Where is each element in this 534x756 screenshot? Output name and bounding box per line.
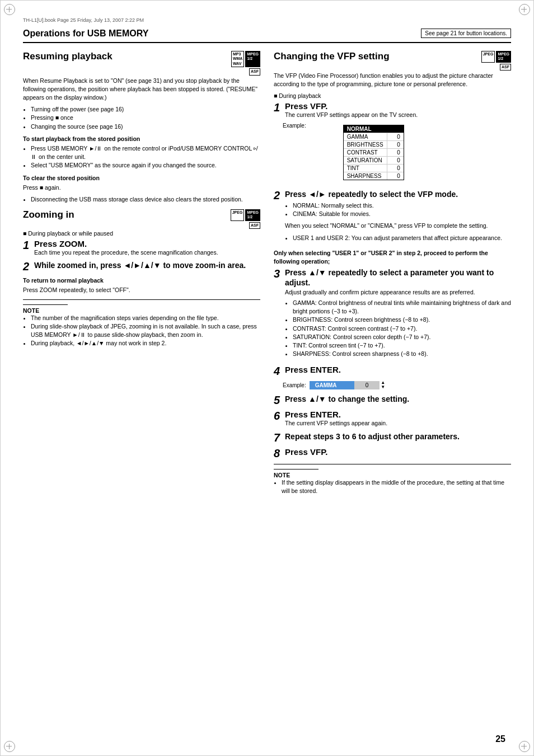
asf-badge-vfp: ASF	[500, 64, 511, 71]
vfp-step-6-content: Press ENTER. The current VFP settings ap…	[285, 410, 511, 428]
vfp-step-3: 3 Press ▲/▼ repeatedly to select a param…	[274, 267, 511, 361]
file-info: TH-L1[U].book Page 25 Friday, July 13, 2…	[23, 17, 511, 23]
vfp-step-2-title: Press ◄/► repeatedly to select the VFP m…	[285, 189, 511, 199]
vfp-label-tint: TINT	[344, 165, 387, 172]
vfp-step-3-bullet-6: SHARPNESS: Control screen sharpness (−8 …	[293, 350, 511, 358]
page-ref: See page 21 for button locations.	[421, 29, 511, 38]
asf-badge-zooming: ASF	[249, 222, 260, 229]
zoom-step-2-num: 2	[23, 260, 32, 273]
vfp-step-8: 8 Press VFP.	[274, 447, 511, 459]
corner-decoration-tr	[519, 4, 530, 15]
vfp-label-sharpness: SHARPNESS	[344, 172, 387, 180]
mp3-badge: MP3WMAWAV	[231, 51, 245, 67]
vfp-val-gamma: 0	[387, 133, 404, 140]
vfp-step-6-desc: The current VFP settings appear again.	[285, 419, 511, 428]
zoom-step-1-title: Press ZOOM.	[34, 239, 260, 248]
page-number: 25	[495, 734, 505, 744]
vfp-step-2-extra: When you select "NORMAL" or "CINEMA," pr…	[285, 222, 511, 230]
zoom-note-label: NOTE	[23, 307, 260, 314]
vfp-step-3-title: Press ▲/▼ repeatedly to select a paramet…	[285, 267, 511, 288]
zoom-step-2-title: While zoomed in, press ◄/►/▲/▼ to move z…	[34, 260, 260, 270]
resuming-bullet-3: Changing the source (see page 16)	[31, 123, 260, 131]
right-column: Changing the VFP setting JPEG MPEG1/2 AS…	[274, 51, 511, 501]
zoom-step-1-content: Press ZOOM. Each time you repeat the pro…	[34, 239, 260, 257]
clear-pos-bullet-1: Disconnecting the USB mass storage class…	[31, 195, 260, 204]
resuming-bullet-1: Turning off the power (see page 16)	[31, 105, 260, 114]
vfp-step-1: 1 Press VFP. The current VFP settings ap…	[274, 101, 511, 119]
vfp-note-bullets: If the setting display disappears in the…	[282, 478, 511, 495]
vfp-step-1-content: Press VFP. The current VFP settings appe…	[285, 101, 511, 119]
vfp-step-3-bullet-1: GAMMA: Control brightness of neutral tin…	[293, 299, 511, 316]
vfp-step-3-bullet-3: CONTRAST: Control screen contrast (−7 to…	[293, 325, 511, 333]
vfp-step-4-num: 4	[274, 365, 283, 377]
stored-pos-bullet-1: Press USB MEMORY ►/⏸ on the remote contr…	[31, 144, 260, 161]
vfp-step-1-title: Press VFP.	[285, 101, 511, 111]
vfp-row-gamma: GAMMA 0	[344, 133, 404, 140]
jpeg-badge-vfp: JPEG	[481, 51, 495, 63]
vfp-step-3-bullet-4: SATURATION: Control screen color depth (…	[293, 333, 511, 341]
vfp-step-3-desc: Adjust gradually and confirm picture app…	[285, 288, 511, 297]
resuming-section: Resuming playback MP3WMAWAV MPEG1/2 ASF …	[23, 51, 260, 204]
vfp-step-5: 5 Press ▲/▼ to change the setting.	[274, 394, 511, 406]
vfp-row-saturation: SATURATION 0	[344, 156, 404, 164]
vfp-label-brightness: BRIGHTNESS	[344, 141, 387, 148]
vfp-note-label: NOTE	[274, 472, 511, 478]
zoom-step-2: 2 While zoomed in, press ◄/►/▲/▼ to move…	[23, 260, 260, 273]
resuming-title: Resuming playback	[23, 51, 227, 62]
vfp-during-label: During playback	[274, 92, 511, 99]
resuming-bullet-2: Pressing ■ once	[31, 114, 260, 122]
vfp-table: NORMAL GAMMA 0 BRIGHTNESS 0 CONTRAST 0	[343, 125, 404, 180]
zoom-note-bullet-2: During slide-show playback of JPEG, zoom…	[31, 322, 260, 339]
only-when-note: Only when selecting "USER 1" or "USER 2"…	[274, 249, 511, 265]
vfp-step-3-bullets: GAMMA: Control brightness of neutral tin…	[293, 299, 511, 359]
jpeg-badge-zooming: JPEG	[231, 209, 245, 221]
vfp-step-6-num: 6	[274, 410, 283, 422]
zoom-note-bullets: The number of the magnification steps va…	[31, 314, 260, 348]
return-text: Press ZOOM repeatedly, to select "OFF".	[23, 286, 260, 294]
zooming-badge-group: JPEG MPEG1/2 ASF	[231, 209, 260, 230]
vfp-step-6-title: Press ENTER.	[285, 410, 511, 419]
stored-pos-title: To start playback from the stored positi…	[23, 135, 260, 142]
vfp-row-sharpness: SHARPNESS 0	[344, 172, 404, 180]
vfp-step-6: 6 Press ENTER. The current VFP settings …	[274, 410, 511, 428]
vfp-row-contrast: CONTRAST 0	[344, 148, 404, 156]
gamma-bar: GAMMA	[310, 381, 354, 389]
corner-decoration-br	[519, 741, 530, 752]
zoom-step-2-content: While zoomed in, press ◄/►/▲/▼ to move z…	[34, 260, 260, 270]
vfp-step-2-user-item: USER 1 and USER 2: You can adjust parame…	[293, 234, 511, 242]
zooming-title: Zooming in	[23, 209, 226, 220]
resuming-bullets: Turning off the power (see page 16) Pres…	[31, 105, 260, 131]
stored-pos-bullet-2: Select "USB MEMORY" as the source again …	[31, 161, 260, 170]
vfp-table-header: NORMAL	[344, 125, 404, 133]
zooming-section: Zooming in JPEG MPEG1/2 ASF During playb…	[23, 209, 260, 348]
page-header: Operations for USB MEMORY See page 21 fo…	[23, 29, 511, 43]
corner-decoration-tl	[4, 4, 15, 15]
zooming-during-label: During playback or while paused	[23, 230, 260, 237]
vfp-step-2-num: 2	[274, 189, 283, 201]
step4-example-label: Example:	[283, 382, 306, 388]
vfp-step-8-title: Press VFP.	[285, 447, 511, 457]
return-title: To return to normal playback	[23, 277, 260, 284]
vfp-title: Changing the VFP setting	[274, 51, 477, 62]
clear-pos-text: Press ■ again.	[23, 184, 260, 192]
mpeg-badge-resuming: MPEG1/2	[245, 51, 260, 67]
vfp-note: NOTE If the setting display disappears i…	[274, 464, 511, 495]
vfp-badge-group: JPEG MPEG1/2 ASF	[481, 51, 511, 72]
vfp-val-tint: 0	[387, 165, 404, 172]
vfp-step-7-title: Repeat steps 3 to 6 to adjust other para…	[285, 431, 511, 442]
vfp-intro: The VFP (Video Fine Processor) function …	[274, 72, 511, 88]
vfp-step-8-num: 8	[274, 447, 283, 459]
mpeg-badge-zooming: MPEG1/2	[245, 209, 260, 221]
vfp-step-7-num: 7	[274, 431, 283, 444]
resuming-badge-group: MP3WMAWAV MPEG1/2 ASF	[231, 51, 260, 77]
vfp-step-5-content: Press ▲/▼ to change the setting.	[285, 394, 511, 404]
zoom-note-bullet-1: The number of the magnification steps va…	[31, 314, 260, 322]
clear-pos-bullets: Disconnecting the USB mass storage class…	[31, 195, 260, 204]
gamma-val: 0	[354, 381, 380, 389]
vfp-label-gamma: GAMMA	[344, 133, 387, 140]
page-container: TH-L1[U].book Page 25 Friday, July 13, 2…	[0, 0, 534, 756]
vfp-example-label: Example:	[283, 123, 306, 129]
vfp-val-sharpness: 0	[387, 172, 404, 180]
vfp-step-5-title: Press ▲/▼ to change the setting.	[285, 394, 511, 404]
vfp-step-4-content: Press ENTER.	[285, 365, 511, 374]
